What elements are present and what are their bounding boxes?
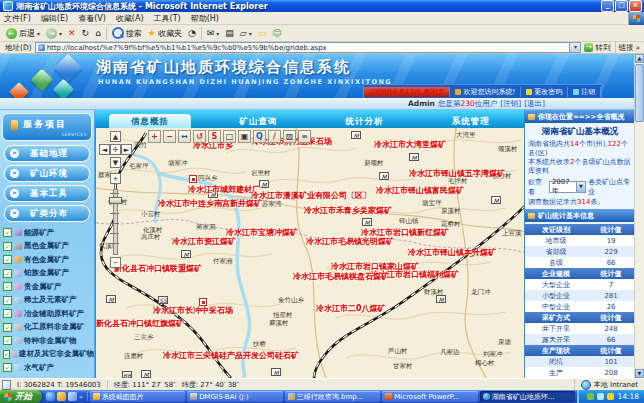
checkbox-icon[interactable]: ✓	[3, 350, 10, 359]
menu-item[interactable]: 查看(V)	[78, 13, 106, 24]
query-button[interactable]: Q	[253, 130, 266, 143]
mine-marker-icon[interactable]: M	[491, 196, 501, 204]
mine-label[interactable]: 冷水江市资江煤矿	[172, 236, 236, 247]
year-select[interactable]: 2007年▼	[549, 181, 586, 193]
checkbox-icon[interactable]: ✓	[3, 309, 12, 318]
logout-link[interactable]: 注销	[568, 87, 601, 97]
mine-label[interactable]: 冷水江市二0八煤矿	[316, 303, 386, 314]
mine-marker-icon[interactable]: M	[436, 295, 446, 303]
layers-button[interactable]: ≡	[298, 130, 311, 143]
checkbox-icon[interactable]: ✓	[3, 282, 12, 291]
home-button[interactable]: ⌂	[92, 26, 104, 41]
go-button[interactable]: → 转到	[584, 43, 610, 53]
mail-dropdown-icon[interactable]: ▾	[216, 30, 219, 37]
zoom-slider-handle[interactable]	[109, 197, 122, 204]
mineral-layer-item[interactable]: ✓ 建材及其它非金属矿物	[0, 348, 94, 362]
mine-label[interactable]: 冷水江市铎山镇富民煤矿	[376, 185, 464, 196]
mine-label[interactable]: 冷水江市毛易镇棋盘石煤矿	[293, 271, 389, 282]
tray-icon[interactable]	[597, 393, 604, 400]
sidebar-button[interactable]: » 基本工具	[4, 185, 90, 202]
mine-label[interactable]: 冷水江市铎山镇五字湾煤矿	[409, 168, 505, 179]
mine-marker-icon[interactable]: SS	[158, 296, 168, 304]
taskbar-task[interactable]: DMGIS-BAI (J:)	[187, 391, 283, 402]
edit-button[interactable]: ▱▾	[237, 26, 255, 41]
mine-marker-icon[interactable]	[189, 175, 197, 183]
menu-item[interactable]: 帮助(H)	[191, 13, 219, 24]
discuss-button[interactable]: ▭	[255, 26, 270, 41]
messenger-button[interactable]: ☺	[269, 26, 284, 41]
stop-button[interactable]: ✕	[65, 26, 79, 41]
mail-button[interactable]: ✉▾	[204, 26, 223, 41]
select-rect-button[interactable]: □	[223, 130, 236, 143]
mine-label[interactable]: 冷水江市潘溪矿业有限公司〔区〕	[251, 190, 371, 201]
taskbar-task[interactable]: 湖南省矿山地质环...	[480, 391, 576, 402]
zoom-in-button[interactable]: +	[148, 130, 161, 143]
menu-item[interactable]: 收藏(A)	[116, 13, 144, 24]
mine-marker-icon[interactable]: M	[259, 180, 269, 188]
measure-button[interactable]: /	[268, 130, 281, 143]
mail-quicklaunch-icon[interactable]	[57, 392, 66, 401]
mine-marker-icon[interactable]: M	[141, 370, 151, 378]
forward-button[interactable]: → ▾	[43, 26, 65, 41]
forward-dropdown-icon[interactable]: ▾	[59, 30, 62, 37]
checkbox-icon[interactable]: ✓	[3, 255, 12, 264]
back-button[interactable]: ← 后退 ▾	[3, 26, 43, 41]
pan-up-button[interactable]: ▲	[110, 131, 121, 142]
history-button[interactable]: ◔	[185, 26, 199, 41]
mine-marker-icon[interactable]: M	[409, 153, 419, 161]
mine-label[interactable]: 冷水江市长冲中采石场	[153, 305, 233, 316]
taskbar-task[interactable]: 系统截图图片	[90, 391, 186, 402]
select-polygon-button[interactable]: ▣	[238, 130, 251, 143]
menu-item[interactable]: 工具(T)	[154, 13, 181, 24]
mine-label[interactable]: 冷水江市铎山镇本升煤矿	[408, 247, 496, 258]
mine-label[interactable]: 冷水江市城郊建材厂	[188, 184, 260, 195]
mine-marker-icon[interactable]: M	[106, 295, 116, 303]
favorites-button[interactable]: ★ 收藏夹	[145, 26, 185, 41]
module-tab[interactable]: 矿山查询	[205, 114, 311, 128]
query-type-link[interactable]: 各类矿山点专业	[588, 177, 632, 197]
links-button[interactable]: 链接»	[618, 43, 640, 53]
sidebar-button[interactable]: » 矿类分布	[4, 205, 90, 222]
pan-right-button[interactable]: ►	[121, 144, 132, 155]
address-input[interactable]: e http://localhost/%e7%9f%bf%e5%b1%b1%e5…	[35, 42, 582, 53]
edit-dropdown-icon[interactable]: ▾	[249, 30, 252, 37]
zoom-in-slider-button[interactable]: +	[110, 173, 121, 184]
mine-label[interactable]: 冷水江市三尖镇硅产品开发公司硅石矿	[163, 350, 299, 361]
mine-label[interactable]: 新化县石冲口镇红旗煤矿	[96, 318, 184, 329]
minimize-button[interactable]: _	[601, 0, 614, 12]
mine-marker-icon[interactable]: M	[351, 131, 361, 139]
quicklaunch-expand-icon[interactable]: »	[79, 393, 83, 400]
mine-label[interactable]: 冷水江市大湾里煤矿	[374, 139, 446, 150]
mineral-layer-item[interactable]: ✓ 铂族金属矿产	[0, 267, 94, 281]
page-scrollbar[interactable]: ▲ ▼	[634, 54, 644, 378]
scroll-up-icon[interactable]: ▲	[635, 54, 644, 63]
mine-marker-icon[interactable]: M	[379, 172, 389, 180]
menu-item[interactable]: 文件(F)	[4, 13, 31, 24]
mineral-layer-item[interactable]: ✓ 有色金属矿产	[0, 253, 94, 267]
module-tab[interactable]: 信息概括	[109, 114, 191, 128]
mine-label[interactable]: 冷水江市宝塘冲煤矿	[226, 227, 298, 238]
refresh-button[interactable]: ↻	[79, 26, 93, 41]
zoom-out-slider-button[interactable]: −	[110, 257, 121, 268]
pan-down-button[interactable]: ▼	[110, 157, 121, 168]
scroll-thumb[interactable]	[635, 64, 644, 122]
tray-icon[interactable]	[587, 393, 594, 400]
module-tab[interactable]: 系统管理	[418, 114, 524, 128]
pan-button[interactable]: ↔	[178, 130, 191, 143]
taskbar-task[interactable]: 三维行政查询.bmp...	[285, 391, 381, 402]
mine-label[interactable]: 冷水江市禾青乡吴家煤矿	[304, 205, 392, 216]
start-button[interactable]: 开始	[0, 390, 42, 403]
checkbox-icon[interactable]: ✓	[3, 323, 12, 332]
maximize-button[interactable]: □	[615, 0, 628, 12]
clear-button[interactable]: ▨	[283, 130, 296, 143]
change-password-link[interactable]: 更改密码	[521, 87, 568, 97]
full-extent-button[interactable]: ↺	[193, 130, 206, 143]
checkbox-icon[interactable]: ✓	[3, 296, 12, 305]
exit-link[interactable]: [退出]	[524, 99, 545, 109]
ie-quicklaunch-icon[interactable]	[46, 392, 55, 401]
pan-center-button[interactable]: ✛	[110, 144, 121, 155]
mineral-layer-item[interactable]: ✓ 贵金属矿产	[0, 280, 94, 294]
address-dropdown-icon[interactable]: ▾	[569, 43, 580, 52]
mineral-layer-item[interactable]: ✓ 稀土及元素矿产	[0, 294, 94, 308]
back-dropdown-icon[interactable]: ▾	[37, 30, 40, 37]
